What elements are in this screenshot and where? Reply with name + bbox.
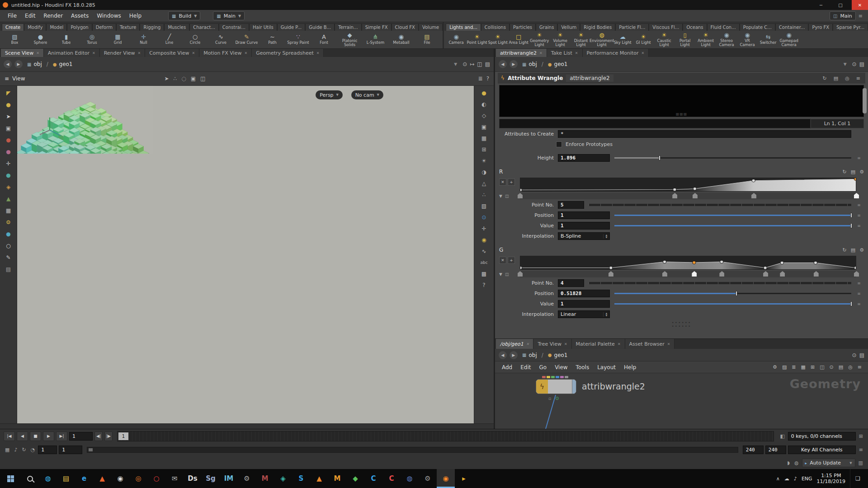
shelf-tool[interactable]: ◉ Gamepad Camera [778,31,799,48]
panes-menu-icon[interactable]: ≡ [857,13,864,19]
edge-icon[interactable]: e [75,469,93,488]
pane-tab[interactable]: Motion FX View ✕ [199,49,252,57]
menu-item[interactable]: Render [39,12,67,20]
shelf-tab[interactable]: Particles [509,23,536,31]
shelf-tab[interactable]: Sparse Pyr... [833,23,868,31]
desktop-selector[interactable]: ▦ Build ▼ [168,11,200,20]
node-name-field[interactable]: attribwrangle2 [566,75,613,82]
shelf-tool[interactable]: ◉ Stereo Camera [716,31,737,48]
tab-close-icon[interactable]: ✕ [575,51,578,55]
recook-icon[interactable]: ↻ [821,75,829,81]
ramp-point-marker[interactable] [854,271,859,277]
ramp-g-editor[interactable] [520,256,856,270]
shading-icon[interactable]: ◐ [481,101,486,108]
step-back-button[interactable]: ◀| [94,432,103,441]
view-mode-icon[interactable]: ● [481,89,486,97]
loop-icon[interactable]: ↻ [20,447,27,453]
box-select-icon[interactable]: ▣ [191,75,196,82]
net-snap-icon[interactable]: ⊞ [811,364,815,370]
pane-tab[interactable]: Material Palette ✕ [572,339,625,349]
back-arrow-icon[interactable]: ◀ [499,351,507,359]
settings-icon[interactable]: ⚙ [238,469,256,488]
pane-menu-icon[interactable]: ≡ [854,75,862,81]
ramp-point-marker[interactable] [609,271,613,277]
select-objects-icon[interactable]: ➤ [165,75,169,82]
firefox-icon[interactable]: ◎ [129,469,147,488]
points-display-icon[interactable]: ∴ [482,191,486,198]
current-frame-marker[interactable]: 1 [118,432,128,440]
ramp-delete-point-button[interactable]: ✕ [499,178,506,186]
terrain-tool-icon[interactable]: ▲ [6,195,10,202]
net-list-icon[interactable]: ≣ [792,364,796,370]
path-dropdown[interactable]: ▼ [572,60,849,69]
point-no-slider[interactable] [589,282,851,284]
pane-tab[interactable]: Composite View ✕ [145,49,199,57]
ladder-icon[interactable]: ≡ [855,213,863,218]
skype-icon[interactable]: S [292,469,310,488]
spinner-icon[interactable]: ▲▼ [603,234,609,239]
editor-resize-grip[interactable]: ▦▦▦ [676,112,688,116]
play-button[interactable]: ▶ [43,432,54,441]
notification-center-icon[interactable]: ❏ [850,469,865,488]
brush-select-icon[interactable]: ◫ [200,75,205,82]
interpolation-combo[interactable]: Linear ▲▼ [558,310,610,318]
breadcrumb-geo1[interactable]: ● geo1 [546,61,570,68]
ramp-presets-icon[interactable]: ▤ [851,247,855,253]
position-slider[interactable] [614,215,851,216]
max-icon[interactable]: M [328,469,346,488]
ladder-icon[interactable]: ≡ [855,291,863,296]
breadcrumb-obj[interactable]: ▦ obj [25,61,44,68]
measure-icon[interactable]: ∿ [481,248,486,255]
collapsed-section-handle[interactable]: •••••• [495,324,868,328]
image-plane-icon[interactable]: ▩ [481,270,486,277]
normals-icon[interactable]: △ [482,180,486,187]
vex-code-editor[interactable]: ▦▦▦ [499,85,864,117]
pane-tab[interactable]: Asset Browser ✕ [625,339,675,349]
spinner-icon[interactable]: ▲▼ [603,312,609,317]
shelf-tab[interactable]: Create [2,23,24,31]
ramp-delete-point-button[interactable]: ✕ [499,257,506,264]
range-end-field[interactable]: 240 [743,446,764,454]
auto-update-selector[interactable]: ▸ Auto Update ▼ [802,459,855,467]
visualizer-icon[interactable]: ◉ [481,236,486,244]
ramp-point-marker[interactable] [719,271,724,277]
pane-split-icon[interactable]: ▤ [859,61,864,68]
ramp-point-marker[interactable] [692,271,697,277]
tab-close-icon[interactable]: ✕ [192,51,195,55]
ramp-expand-icon[interactable]: ◫ [505,194,509,198]
tab-close-icon[interactable]: ✕ [667,342,670,346]
realtime-icon[interactable]: ◔ [29,447,37,453]
shelf-tool[interactable]: ✎ Draw Curve [234,31,259,48]
handles-tool-icon[interactable]: ◤ [6,89,10,97]
wireframe-icon[interactable]: ◇ [482,112,486,119]
pin-icon[interactable]: ⊙ [852,61,857,68]
range-substart-field[interactable]: 1 [59,446,82,454]
sculpt-tool-icon[interactable]: ● [6,148,10,155]
tool-options-gear-icon[interactable]: ⚙ [6,219,11,226]
tab-close-icon[interactable]: ✕ [539,51,542,55]
tab-close-icon[interactable]: ✕ [316,51,320,55]
shelf-tab[interactable]: Model [46,23,67,31]
search-params-icon[interactable]: ◎ [843,75,851,81]
ramp-point-marker[interactable] [672,193,677,198]
shelf-tab[interactable]: Oceans [683,23,707,31]
stop-button[interactable]: ■ [30,432,41,441]
grid-snap-icon[interactable]: ▦ [6,207,11,214]
shelf-tool[interactable]: A Font [311,31,337,48]
net-tools-icon[interactable]: ⚙ [773,364,777,370]
ramp-presets-icon[interactable]: ▤ [851,169,855,175]
shelf-tab[interactable]: Pyro FX [808,23,833,31]
point-no-slider[interactable] [589,204,851,206]
gears-app-icon[interactable]: ⚙ [419,469,437,488]
flipbook-icon[interactable]: ▦ [4,447,11,453]
ramp-point-marker[interactable] [662,271,667,277]
position-slider[interactable] [614,293,851,294]
ramp-revert-icon[interactable]: ↻ [843,169,847,175]
volume-icon[interactable]: ♪ [794,476,797,482]
viewport-3d[interactable]: Persp▼ No cam▼ [17,86,474,423]
shelf-tab[interactable]: Volume [419,23,443,31]
shelf-tool[interactable]: ▤ File [414,31,440,48]
text-overlay-icon[interactable]: abc [480,259,487,266]
enforce-prototypes-checkbox[interactable] [556,141,562,147]
breadcrumb-obj[interactable]: ▦ obj [520,61,539,68]
